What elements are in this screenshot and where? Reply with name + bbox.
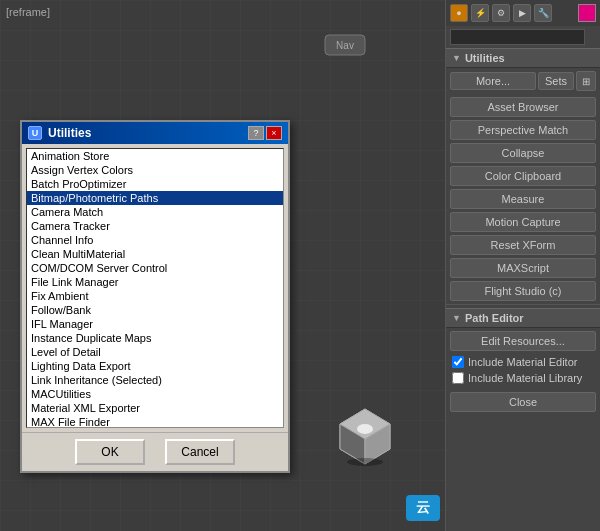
- toolbar-icon-1[interactable]: ●: [450, 4, 468, 22]
- dialog-titlebar: U Utilities ? ×: [22, 122, 288, 144]
- utilities-list[interactable]: Animation StoreAssign Vertex ColorsBatch…: [26, 148, 284, 428]
- toolbar-icon-3[interactable]: ⚙: [492, 4, 510, 22]
- include-material-library-checkbox[interactable]: [452, 372, 464, 384]
- utils-top-row: More... Sets ⊞: [446, 68, 600, 94]
- list-item[interactable]: File Link Manager: [27, 275, 283, 289]
- cloud-button[interactable]: 云: [406, 495, 440, 521]
- list-item[interactable]: Camera Tracker: [27, 219, 283, 233]
- toolbar-icon-5[interactable]: 🔧: [534, 4, 552, 22]
- list-item[interactable]: Link Inheritance (Selected): [27, 373, 283, 387]
- include-material-editor-checkbox[interactable]: [452, 356, 464, 368]
- right-panel: ● ⚡ ⚙ ▶ 🔧 ▼ Utilities More... Sets ⊞ Ass…: [445, 0, 600, 531]
- search-input[interactable]: [450, 29, 585, 45]
- include-material-library-row: Include Material Library: [446, 370, 600, 386]
- flight-studio-button[interactable]: Flight Studio (c): [450, 281, 596, 301]
- list-item[interactable]: Follow/Bank: [27, 303, 283, 317]
- motion-capture-button[interactable]: Motion Capture: [450, 212, 596, 232]
- svg-point-8: [357, 424, 373, 434]
- dialog-close-button[interactable]: ×: [266, 126, 282, 140]
- utilities-dialog: U Utilities ? × Animation StoreAssign Ve…: [20, 120, 290, 473]
- list-item[interactable]: Batch ProOptimizer: [27, 177, 283, 191]
- list-item[interactable]: MACUtilities: [27, 387, 283, 401]
- list-item[interactable]: Material XML Exporter: [27, 401, 283, 415]
- color-swatch[interactable]: [578, 4, 596, 22]
- asset-browser-button[interactable]: Asset Browser: [450, 97, 596, 117]
- ok-button[interactable]: OK: [75, 439, 145, 465]
- more-button[interactable]: More...: [450, 72, 536, 90]
- list-item[interactable]: COM/DCOM Server Control: [27, 261, 283, 275]
- list-item[interactable]: Instance Duplicate Maps: [27, 331, 283, 345]
- nav-compass[interactable]: Nav: [320, 30, 370, 60]
- divider-1: [446, 304, 600, 305]
- list-item[interactable]: Channel Info: [27, 233, 283, 247]
- cancel-button[interactable]: Cancel: [165, 439, 235, 465]
- include-material-editor-row: Include Material Editor: [446, 354, 600, 370]
- color-clipboard-button[interactable]: Color Clipboard: [450, 166, 596, 186]
- close-button[interactable]: Close: [450, 392, 596, 412]
- collapse-button[interactable]: Collapse: [450, 143, 596, 163]
- list-item[interactable]: Assign Vertex Colors: [27, 163, 283, 177]
- toolbar-icon-4[interactable]: ▶: [513, 4, 531, 22]
- sets-button[interactable]: Sets: [538, 72, 574, 90]
- utilities-header-label: Utilities: [465, 52, 505, 64]
- 3d-object: [330, 399, 400, 471]
- list-item[interactable]: Camera Match: [27, 205, 283, 219]
- dialog-buttons: OK Cancel: [22, 432, 288, 471]
- list-item[interactable]: Bitmap/Photometric Paths: [27, 191, 283, 205]
- dialog-title: Utilities: [48, 126, 242, 140]
- list-item[interactable]: Clean MultiMaterial: [27, 247, 283, 261]
- dialog-help-button[interactable]: ?: [248, 126, 264, 140]
- reset-xform-button[interactable]: Reset XForm: [450, 235, 596, 255]
- search-container: [446, 26, 600, 48]
- list-item[interactable]: Level of Detail: [27, 345, 283, 359]
- list-item[interactable]: Fix Ambient: [27, 289, 283, 303]
- svg-text:Nav: Nav: [336, 40, 354, 51]
- edit-resources-button[interactable]: Edit Resources...: [450, 331, 596, 351]
- dialog-icon: U: [28, 126, 42, 140]
- perspective-match-button[interactable]: Perspective Match: [450, 120, 596, 140]
- nav-svg: Nav: [320, 30, 370, 60]
- dialog-title-buttons: ? ×: [248, 126, 282, 140]
- utilities-section-header: ▼ Utilities: [446, 48, 600, 68]
- path-editor-header: ▼ Path Editor: [446, 308, 600, 328]
- list-item[interactable]: MAX File Finder: [27, 415, 283, 428]
- utils-icon-btn[interactable]: ⊞: [576, 71, 596, 91]
- svg-point-9: [347, 458, 383, 466]
- utilities-arrow: ▼: [452, 53, 461, 63]
- right-toolbar: ● ⚡ ⚙ ▶ 🔧: [446, 0, 600, 26]
- list-item[interactable]: Animation Store: [27, 149, 283, 163]
- maxscript-button[interactable]: MAXScript: [450, 258, 596, 278]
- list-item[interactable]: Lighting Data Export: [27, 359, 283, 373]
- viewport-label: [reframe]: [6, 6, 50, 18]
- list-item[interactable]: IFL Manager: [27, 317, 283, 331]
- include-material-editor-label: Include Material Editor: [468, 356, 577, 368]
- path-editor-arrow: ▼: [452, 313, 461, 323]
- measure-button[interactable]: Measure: [450, 189, 596, 209]
- toolbar-icon-2[interactable]: ⚡: [471, 4, 489, 22]
- path-editor-label: Path Editor: [465, 312, 524, 324]
- include-material-library-label: Include Material Library: [468, 372, 582, 384]
